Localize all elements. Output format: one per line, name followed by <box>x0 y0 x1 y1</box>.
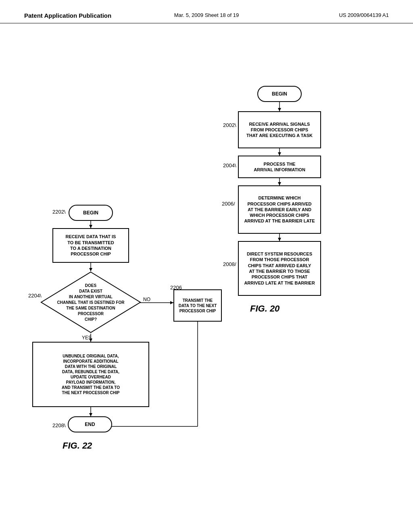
no-label: NO <box>143 297 150 302</box>
ref-2002: 2002\ <box>223 122 236 128</box>
svg-marker-11 <box>89 268 92 271</box>
svg-marker-7 <box>278 238 281 241</box>
box-yes-path: UNBUNDLE ORIGINAL DATA, INCORPORATE ADDI… <box>32 342 149 407</box>
header-patent-number: US 2009/0064139 A1 <box>267 12 389 18</box>
box-2004: PROCESS THE ARRIVAL INFORMATION <box>238 156 321 178</box>
diagram-area: BEGIN RECEIVE ARRIVAL SIGNALS FROM PROCE… <box>0 23 413 507</box>
begin-oval-fig22: BEGIN <box>69 205 113 221</box>
box-2202: RECEIVE DATA THAT IS TO BE TRANSMITTED T… <box>52 228 129 263</box>
yes-label: YES <box>82 335 92 341</box>
header-date-sheet: Mar. 5, 2009 Sheet 18 of 19 <box>146 12 267 18</box>
box-2002: RECEIVE ARRIVAL SIGNALS FROM PROCESSOR C… <box>238 111 321 148</box>
ref-2202: 2202\ <box>52 209 66 215</box>
arrow-svg <box>0 23 413 507</box>
header-publication: Patent Application Publication <box>24 12 146 19</box>
ref-2008: 2008/ <box>223 261 236 267</box>
box-2206: TRANSMIT THE DATA TO THE NEXT PROCESSOR … <box>173 289 222 322</box>
end-oval-2208: END <box>68 416 112 432</box>
ref-2206: 2206 <box>170 285 182 291</box>
svg-marker-1 <box>278 108 281 111</box>
begin-oval-fig20: BEGIN <box>257 86 302 102</box>
box-2006: DETERMINE WHICH PROCESSOR CHIPS ARRIVED … <box>238 185 321 234</box>
diamond-2204: DOES DATA EXIST IN ANOTHER VIRTUAL CHANN… <box>40 271 141 334</box>
svg-marker-17 <box>170 301 173 304</box>
svg-marker-3 <box>278 152 281 156</box>
ref-2006: 2006/ <box>222 201 235 207</box>
fig22-label: FIG. 22 <box>63 441 92 451</box>
svg-marker-9 <box>89 225 92 228</box>
fig20-label: FIG. 20 <box>250 303 280 314</box>
svg-marker-15 <box>89 413 92 416</box>
ref-2208: 2208\ <box>52 422 66 428</box>
page-header: Patent Application Publication Mar. 5, 2… <box>0 0 413 23</box>
ref-2004: 2004\ <box>223 162 236 168</box>
svg-marker-5 <box>278 182 281 185</box>
ref-2204: 2204\ <box>28 293 42 299</box>
box-2008: DIRECT SYSTEM RESOURCES FROM THOSE PROCE… <box>238 241 321 296</box>
